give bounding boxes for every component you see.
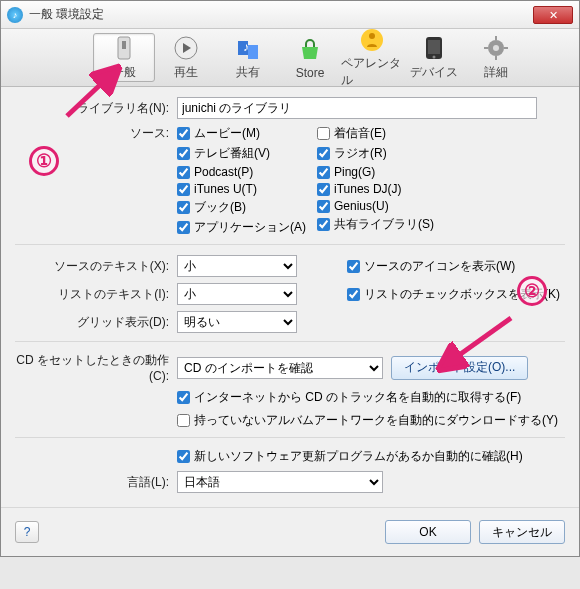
language-select[interactable]: 日本語 [177, 471, 383, 493]
source1-3-checkbox[interactable] [177, 183, 190, 196]
grid-label: グリッド表示(D): [15, 314, 177, 331]
general-icon [110, 34, 138, 62]
source2-3-checkbox[interactable] [317, 183, 330, 196]
tab-parental[interactable]: ペアレンタル [341, 33, 403, 82]
source2-1-label: ラジオ(R) [334, 145, 387, 162]
separator [15, 437, 565, 438]
svg-point-10 [433, 56, 436, 59]
svg-rect-16 [504, 47, 508, 49]
list-text-select[interactable]: 小 [177, 283, 297, 305]
cdopt-0-label: インターネットから CD のトラック名を自動的に取得する(F) [194, 389, 521, 406]
gear-icon [482, 34, 510, 62]
cdopt-0-checkbox[interactable] [177, 391, 190, 404]
source2-5-checkbox[interactable] [317, 218, 330, 231]
separator [15, 341, 565, 342]
close-button[interactable]: ✕ [533, 6, 573, 24]
separator [15, 244, 565, 245]
check-updates-label: 新しいソフトウェア更新プログラムがあるか自動的に確認(H) [194, 448, 523, 465]
tab-store[interactable]: Store [279, 33, 341, 82]
source1-0-label: ムービー(M) [194, 125, 260, 142]
list-text-label: リストのテキスト(I): [15, 286, 177, 303]
parental-icon [358, 27, 386, 53]
svg-point-6 [361, 29, 383, 51]
svg-rect-4 [248, 45, 258, 59]
source1-2-checkbox[interactable] [177, 166, 190, 179]
cdopt-1-checkbox[interactable] [177, 414, 190, 427]
source2-0-checkbox[interactable] [317, 127, 330, 140]
tab-sharing[interactable]: ♪ 共有 [217, 33, 279, 82]
source2-0-label: 着信音(E) [334, 125, 386, 142]
device-icon [420, 34, 448, 62]
show-checkboxes-label: リストのチェックボックスを表示(K) [364, 286, 560, 303]
svg-rect-14 [495, 56, 497, 60]
show-checkboxes-checkbox[interactable] [347, 288, 360, 301]
source2-1-checkbox[interactable] [317, 147, 330, 160]
cd-action-select[interactable]: CD のインポートを確認 [177, 357, 383, 379]
preferences-window: ♪ 一般 環境設定 ✕ 一般 再生 ♪ 共有 Store ペアレンタル デバイス [0, 0, 580, 557]
share-icon: ♪ [234, 34, 262, 62]
tab-devices[interactable]: デバイス [403, 33, 465, 82]
tab-label: ペアレンタル [341, 55, 403, 89]
source2-3-label: iTunes DJ(J) [334, 182, 402, 196]
svg-rect-9 [428, 40, 440, 54]
dialog-footer: ? OK キャンセル [1, 507, 579, 556]
tab-label: デバイス [410, 64, 458, 81]
app-icon: ♪ [7, 7, 23, 23]
library-name-input[interactable] [177, 97, 537, 119]
source2-5-label: 共有ライブラリ(S) [334, 216, 434, 233]
import-settings-button[interactable]: インポート設定(O)... [391, 356, 528, 380]
source1-2-label: Podcast(P) [194, 165, 253, 179]
show-icons-label: ソースのアイコンを表示(W) [364, 258, 515, 275]
tab-advanced[interactable]: 詳細 [465, 33, 527, 82]
source2-4-checkbox[interactable] [317, 200, 330, 213]
svg-point-12 [493, 45, 499, 51]
source-text-select[interactable]: 小 [177, 255, 297, 277]
source-text-label: ソースのテキスト(X): [15, 258, 177, 275]
store-icon [296, 36, 324, 64]
source2-4-label: Genius(U) [334, 199, 389, 213]
check-updates-checkbox[interactable] [177, 450, 190, 463]
cdopt-1-label: 持っていないアルバムアートワークを自動的にダウンロードする(Y) [194, 412, 558, 429]
tab-label: 詳細 [484, 64, 508, 81]
play-icon [172, 34, 200, 62]
content-pane: ライブラリ名(N): ソース: ムービー(M)テレビ番組(V)Podcast(P… [1, 87, 579, 507]
tab-label: Store [296, 66, 325, 80]
svg-rect-1 [122, 41, 126, 49]
svg-text:♪: ♪ [243, 40, 249, 54]
tab-general[interactable]: 一般 [93, 33, 155, 82]
show-icons-checkbox[interactable] [347, 260, 360, 273]
tab-playback[interactable]: 再生 [155, 33, 217, 82]
source1-5-checkbox[interactable] [177, 221, 190, 234]
titlebar: ♪ 一般 環境設定 ✕ [1, 1, 579, 29]
tab-label: 一般 [112, 64, 136, 81]
tab-label: 共有 [236, 64, 260, 81]
source1-5-label: アプリケーション(A) [194, 219, 306, 236]
ok-button[interactable]: OK [385, 520, 471, 544]
source-label: ソース: [15, 125, 177, 142]
source1-0-checkbox[interactable] [177, 127, 190, 140]
language-label: 言語(L): [15, 474, 177, 491]
source2-2-checkbox[interactable] [317, 166, 330, 179]
tab-label: 再生 [174, 64, 198, 81]
source1-4-checkbox[interactable] [177, 201, 190, 214]
help-button[interactable]: ? [15, 521, 39, 543]
source1-1-label: テレビ番組(V) [194, 145, 270, 162]
source1-3-label: iTunes U(T) [194, 182, 257, 196]
preferences-toolbar: 一般 再生 ♪ 共有 Store ペアレンタル デバイス 詳細 [1, 29, 579, 87]
source2-2-label: Ping(G) [334, 165, 375, 179]
source1-1-checkbox[interactable] [177, 147, 190, 160]
cancel-button[interactable]: キャンセル [479, 520, 565, 544]
window-title: 一般 環境設定 [29, 6, 533, 23]
svg-rect-15 [484, 47, 488, 49]
cd-action-label: CD をセットしたときの動作(C): [15, 352, 177, 383]
grid-select[interactable]: 明るい [177, 311, 297, 333]
svg-rect-13 [495, 36, 497, 40]
svg-point-7 [369, 33, 375, 39]
library-name-label: ライブラリ名(N): [15, 100, 177, 117]
source1-4-label: ブック(B) [194, 199, 246, 216]
